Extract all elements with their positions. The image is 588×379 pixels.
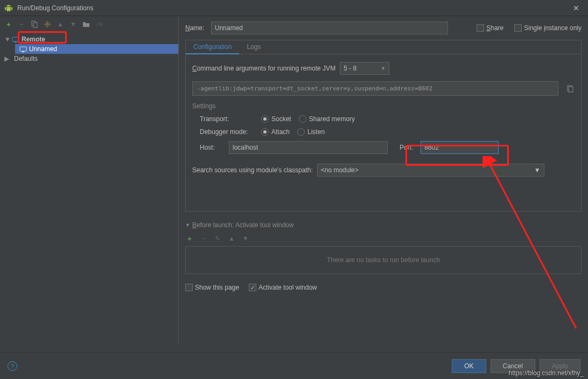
add-task-button[interactable]: ＋	[185, 234, 194, 243]
transport-label: Transport:	[200, 115, 254, 123]
remote-icon	[12, 36, 19, 43]
ok-button[interactable]: OK	[452, 359, 486, 373]
before-launch-header[interactable]: ▼ Before launch: Activate tool window	[185, 221, 582, 229]
share-label: Share	[486, 24, 503, 32]
name-field[interactable]	[211, 22, 448, 34]
activate-tool-checkbox[interactable]	[249, 284, 256, 291]
tree-node-defaults[interactable]: ▶ Defaults	[0, 54, 178, 64]
port-label: Port:	[400, 144, 413, 151]
before-launch-label: Before launch: Activate tool window	[192, 221, 294, 229]
task-down-button[interactable]: ▼	[241, 234, 250, 243]
dialog-button-bar: ? OK Cancel Apply	[0, 352, 588, 379]
host-field[interactable]	[229, 141, 388, 154]
copy-config-button[interactable]	[30, 20, 39, 29]
radio-label: Attach	[271, 128, 290, 136]
window-title: Run/Debug Configurations	[17, 4, 569, 12]
host-label: Host:	[200, 144, 221, 151]
sidebar: ＋ − ▲ ▼ ↓½ ▼ Remote	[0, 16, 179, 345]
radio-label: Shared memory	[309, 115, 355, 123]
radio-icon	[297, 128, 305, 136]
port-field[interactable]	[421, 141, 499, 154]
single-instance-checkbox[interactable]	[514, 24, 522, 32]
mode-attach-radio[interactable]: Attach	[261, 128, 290, 136]
mode-listen-radio[interactable]: Listen	[297, 128, 325, 136]
folder-button[interactable]	[82, 20, 90, 29]
search-sources-label: Search sources using module's classpath:	[192, 166, 313, 174]
collapse-icon: ▼	[185, 222, 190, 228]
titlebar: Run/Debug Configurations ✕	[0, 0, 588, 16]
svg-rect-6	[22, 51, 24, 52]
tree-label: Remote	[22, 36, 45, 43]
move-up-button[interactable]: ▲	[56, 20, 65, 29]
activate-tool-label: Activate tool window	[258, 284, 317, 291]
tab-logs[interactable]: Logs	[239, 40, 268, 54]
edit-task-button[interactable]: ✎	[213, 234, 222, 243]
jvm-version-dropdown[interactable]: 5 - 8 ▼	[340, 62, 389, 75]
svg-point-2	[46, 23, 48, 25]
svg-rect-1	[33, 23, 37, 27]
close-icon[interactable]: ✕	[569, 2, 584, 15]
expand-icon: ▶	[4, 55, 10, 62]
radio-label: Socket	[271, 115, 291, 123]
sidebar-toolbar: ＋ − ▲ ▼ ↓½	[0, 16, 178, 32]
svg-rect-4	[15, 41, 17, 43]
remove-task-button[interactable]: −	[199, 234, 208, 243]
radio-icon	[299, 115, 306, 123]
chevron-down-icon: ▼	[534, 166, 541, 174]
add-config-button[interactable]: ＋	[4, 20, 13, 29]
move-down-button[interactable]: ▼	[69, 20, 78, 29]
tree-node-remote[interactable]: ▼ Remote	[0, 34, 178, 44]
agentlib-field[interactable]: -agentlib:jdwp=transport=dt_socket,serve…	[192, 81, 558, 96]
copy-icon[interactable]	[566, 85, 575, 93]
svg-rect-3	[12, 37, 19, 41]
no-tasks-label: There are no tasks to run before launch	[327, 256, 440, 264]
apply-button[interactable]: Apply	[540, 359, 580, 373]
module-dropdown[interactable]: <no module> ▼	[317, 164, 544, 177]
svg-rect-5	[20, 47, 26, 51]
sort-button[interactable]: ↓½	[95, 20, 103, 29]
tree-label: Defaults	[14, 55, 38, 62]
settings-config-button[interactable]	[43, 20, 52, 29]
tab-configuration[interactable]: Configuration	[186, 40, 239, 54]
radio-icon	[261, 128, 269, 136]
config-tree: ▼ Remote Unnamed ▶ Defaults	[0, 32, 178, 66]
dropdown-value: <no module>	[321, 166, 359, 174]
config-form: Name: Share Single instance only Configu…	[179, 16, 588, 345]
show-page-label: Show this page	[195, 284, 239, 291]
tree-label: Unnamed	[29, 45, 57, 53]
chevron-down-icon: ▼	[381, 66, 386, 71]
tree-node-unnamed[interactable]: Unnamed	[15, 44, 178, 54]
cmdline-label: Command line arguments for running remot…	[192, 65, 335, 72]
task-up-button[interactable]: ▲	[227, 234, 236, 243]
remove-config-button[interactable]: −	[17, 20, 26, 29]
tabs: Configuration Logs	[186, 40, 581, 54]
transport-shared-radio[interactable]: Shared memory	[299, 115, 355, 123]
before-launch-list: There are no tasks to run before launch	[185, 246, 582, 274]
transport-socket-radio[interactable]: Socket	[261, 115, 291, 123]
debugger-mode-label: Debugger mode:	[200, 128, 254, 136]
share-checkbox[interactable]	[477, 24, 484, 32]
help-icon[interactable]: ?	[8, 361, 17, 371]
name-label: Name:	[185, 24, 207, 32]
single-instance-label: Single instance only	[524, 24, 582, 32]
collapse-icon: ▼	[4, 36, 10, 43]
svg-rect-9	[569, 87, 573, 92]
settings-title: Settings	[192, 102, 575, 110]
cancel-button[interactable]: Cancel	[491, 359, 535, 373]
show-page-checkbox[interactable]	[185, 284, 193, 291]
radio-icon	[261, 115, 269, 123]
remote-icon	[19, 45, 27, 53]
dropdown-value: 5 - 8	[344, 65, 356, 72]
radio-label: Listen	[307, 128, 325, 136]
android-icon	[4, 4, 13, 12]
